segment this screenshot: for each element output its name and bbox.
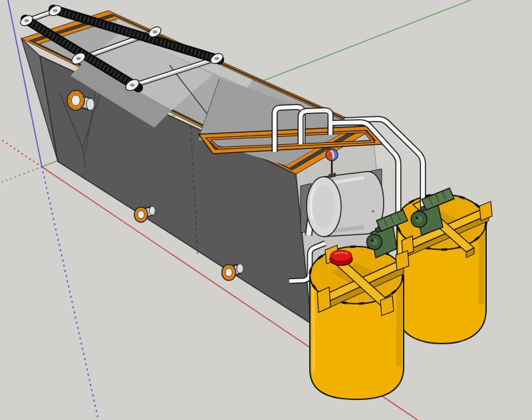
saturator-cap-shade bbox=[313, 185, 335, 228]
sketchup-canvas[interactable] bbox=[0, 0, 532, 420]
rear-gearbox-hub bbox=[416, 216, 423, 223]
front-gearbox-dot bbox=[371, 239, 374, 242]
dosing-tank-front[interactable] bbox=[310, 245, 409, 399]
red-fill-cap[interactable] bbox=[330, 251, 352, 266]
model-viewport[interactable] bbox=[0, 0, 532, 420]
rear-tank-shade bbox=[481, 233, 482, 304]
front-tank-highlight bbox=[313, 286, 314, 372]
rear-gearbox-dot bbox=[416, 217, 418, 219]
saturator-weld-dot bbox=[372, 211, 374, 213]
front-tank-shade bbox=[399, 286, 400, 367]
